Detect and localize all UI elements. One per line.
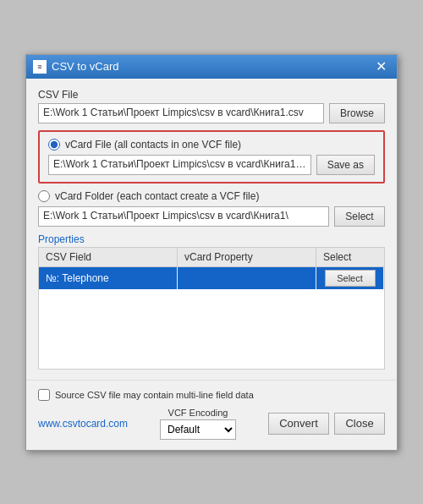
convert-button[interactable]: Convert <box>268 413 329 435</box>
csv-file-row: E:\Work 1 Статьи\Проект Limpics\csv в vc… <box>38 103 385 123</box>
title-bar-left: ≡ CSV to vCard <box>33 60 118 74</box>
vcard-file-radio-label[interactable]: vCard File (all contacts in one VCF file… <box>48 139 375 151</box>
website-link[interactable]: www.csvtocard.com <box>38 418 128 430</box>
csv-section-label: CSV File <box>38 89 385 101</box>
vcard-folder-path: E:\Work 1 Статьи\Проект Limpics\csv в vc… <box>38 206 329 227</box>
col-csv-field: CSV Field <box>39 248 178 266</box>
table-row: №: Telephone Select <box>39 267 384 289</box>
csv-field-cell: №: Telephone <box>39 267 178 289</box>
row-select-cell: Select <box>316 267 384 289</box>
row-select-button[interactable]: Select <box>325 270 376 287</box>
col-select: Select <box>316 248 384 266</box>
title-bar: ≡ CSV to vCard ✕ <box>26 55 397 79</box>
vcard-file-path: E:\Work 1 Статьи\Проект Limpics\csv в vc… <box>48 155 311 175</box>
vcard-file-radio[interactable] <box>48 139 60 151</box>
vcard-file-section: vCard File (all contacts in one VCF file… <box>38 130 385 184</box>
encoding-select[interactable]: Default UTF-8 Windows-1251 UTF-16 <box>160 419 236 440</box>
vcard-folder-label-text: vCard Folder (each contact create a VCF … <box>55 190 259 202</box>
encoding-group: VCF Encoding Default UTF-8 Windows-1251 … <box>160 408 236 440</box>
vcard-folder-row: E:\Work 1 Статьи\Проект Limpics\csv в vc… <box>38 206 385 227</box>
content-area: CSV File E:\Work 1 Статьи\Проект Limpics… <box>26 79 397 380</box>
vcard-folder-radio[interactable] <box>38 190 50 202</box>
csv-file-path: E:\Work 1 Статьи\Проект Limpics\csv в vc… <box>38 103 324 123</box>
close-button[interactable]: Close <box>334 413 385 435</box>
window-close-button[interactable]: ✕ <box>372 60 390 74</box>
table-header: CSV Field vCard Property Select <box>39 248 384 267</box>
vcard-folder-section: vCard Folder (each contact create a VCF … <box>38 190 385 227</box>
csv-section: CSV File E:\Work 1 Статьи\Проект Limpics… <box>38 89 385 123</box>
folder-select-button[interactable]: Select <box>334 206 385 227</box>
multiline-checkbox-label: Source CSV file may contain multi-line f… <box>55 390 254 400</box>
window-icon: ≡ <box>33 60 47 74</box>
main-window: ≡ CSV to vCard ✕ CSV File E:\Work 1 Стат… <box>25 54 398 451</box>
multiline-checkbox[interactable] <box>38 389 50 401</box>
browse-button[interactable]: Browse <box>329 103 385 123</box>
footer-bottom: www.csvtocard.com VCF Encoding Default U… <box>38 408 385 440</box>
window-title: CSV to vCard <box>52 60 118 73</box>
footer: Source CSV file may contain multi-line f… <box>26 380 397 450</box>
save-as-button[interactable]: Save as <box>316 155 375 175</box>
properties-table: CSV Field vCard Property Select №: Telep… <box>38 247 385 370</box>
vcard-file-label-text: vCard File (all contacts in one VCF file… <box>65 139 241 151</box>
checkbox-row: Source CSV file may contain multi-line f… <box>38 389 385 401</box>
properties-label: Properties <box>38 233 385 245</box>
encoding-label: VCF Encoding <box>168 408 228 418</box>
vcard-folder-radio-label[interactable]: vCard Folder (each contact create a VCF … <box>38 190 385 202</box>
col-vcard-property: vCard Property <box>178 248 316 266</box>
vcard-file-row: E:\Work 1 Статьи\Проект Limpics\csv в vc… <box>48 155 375 175</box>
table-body: №: Telephone Select <box>39 267 384 369</box>
properties-section: Properties CSV Field vCard Property Sele… <box>38 233 385 370</box>
vcard-property-cell <box>178 267 316 289</box>
footer-buttons: Convert Close <box>268 413 385 435</box>
